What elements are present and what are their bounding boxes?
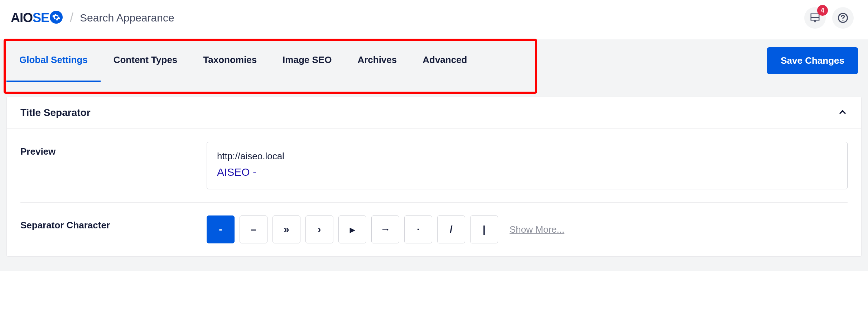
logo-text-se: SE [33,10,49,25]
preview-url: http://aiseo.local [217,151,837,162]
notification-badge: 4 [817,5,828,16]
card-body: Preview http://aiseo.local AISEO - Separ… [7,129,861,256]
show-more-link[interactable]: Show More... [510,224,564,235]
separator-option-rsaquo[interactable]: › [305,215,333,243]
card-title: Title Separator [20,107,91,118]
aioseo-logo: AIOSE [11,10,63,25]
separator-row: Separator Character - – » › ▸ → · / | Sh… [20,215,848,243]
separator-option-pipe[interactable]: | [470,215,498,243]
tab-image-seo[interactable]: Image SEO [270,39,344,82]
separator-option-arrow[interactable]: → [371,215,399,243]
save-changes-button[interactable]: Save Changes [767,47,858,74]
tab-advanced[interactable]: Advanced [410,39,480,82]
separator-option-raquo[interactable]: » [273,215,300,243]
card-header: Title Separator [7,97,861,129]
title-separator-card: Title Separator Preview http://aiseo.loc… [6,97,862,257]
body-area: Global Settings Content Types Taxonomies… [0,39,868,271]
separator-option-slash[interactable]: / [437,215,465,243]
page-title: Search Appearance [80,12,174,24]
preview-seo-title: AISEO - [217,166,837,178]
page-header: AIOSE / Search Appearance 4 [0,0,868,39]
tab-archives[interactable]: Archives [344,39,410,82]
tabs: Global Settings Content Types Taxonomies… [6,39,480,82]
tabs-row: Global Settings Content Types Taxonomies… [6,39,862,82]
logo-text-aio: AIO [11,10,33,25]
svg-point-1 [842,20,843,21]
separator-option-endash[interactable]: – [240,215,267,243]
tab-taxonomies[interactable]: Taxonomies [190,39,270,82]
separator-label: Separator Character [20,215,192,231]
header-actions: 4 [804,7,854,29]
separator-option-middot[interactable]: · [404,215,432,243]
gear-icon [50,11,63,24]
separator-option-triangle[interactable]: ▸ [338,215,366,243]
tab-global-settings[interactable]: Global Settings [6,39,101,82]
preview-box: http://aiseo.local AISEO - [207,142,848,189]
separator-options: - – » › ▸ → · / | Show More... [207,215,848,243]
preview-label: Preview [20,142,192,157]
help-button[interactable] [832,7,854,29]
separator-option-dash[interactable]: - [207,215,235,243]
breadcrumb-separator: / [70,10,73,25]
chevron-up-icon[interactable] [838,107,848,118]
preview-row: Preview http://aiseo.local AISEO - [20,142,848,203]
tab-content-types[interactable]: Content Types [101,39,191,82]
notifications-button[interactable]: 4 [804,7,826,29]
